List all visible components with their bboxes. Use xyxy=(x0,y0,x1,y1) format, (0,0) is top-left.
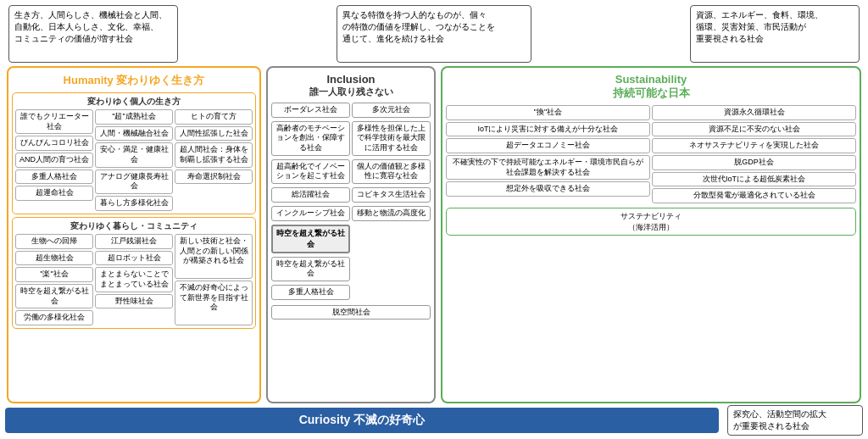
humanity-sub2-title: 変わりゆく暮らし・コミュニティ xyxy=(15,220,253,232)
inc-left: ボーダレス社会 高齢者のモチベーションを創出・保障する社会 超高齢化でイノベーシ… xyxy=(271,103,350,302)
cell: 誰でもクリエーター社会 xyxy=(15,109,93,134)
desc-right-text: 資源、エネルギー、食料、環境、 循環、災害対策、市民活動が 重要視される社会 xyxy=(696,10,823,43)
inclusion-content: ボーダレス社会 高齢者のモチベーションを創出・保障する社会 超高齢化でイノベーシ… xyxy=(271,103,431,321)
sust-col2: 資源永久循環社会 資源不足に不安のない社会 ネオサステナビリティを実現した社会 … xyxy=(652,105,856,203)
inc-grid: ボーダレス社会 高齢者のモチベーションを創出・保障する社会 超高齢化でイノベーシ… xyxy=(271,103,431,302)
h-col3: ヒトの育て方 人間性拡張した社会 超人間社会：身体を制覇し拡張する社会 寿命選択… xyxy=(175,109,253,211)
humanity-header: Humanity 変わりゆく生き方 xyxy=(12,71,256,90)
bottom-row: Curiosity 不滅の好奇心 探究心、活動空間の拡大 が重要視される社会 xyxy=(5,407,863,434)
cell: びんびんコロリ社会 xyxy=(15,136,93,151)
cell: 安心・満足・健康社会 xyxy=(95,142,173,167)
inc-cell: 超高齢化でイノベーションを起こす社会 xyxy=(271,159,350,184)
inc-cell: 高齢者のモチベーションを創出・保障する社会 xyxy=(271,121,350,156)
sust-cell: 次世代IoTによる超低炭素社会 xyxy=(652,172,856,187)
inc-cell: 多次元社会 xyxy=(352,103,431,118)
cell: 寿命選択制社会 xyxy=(175,169,253,185)
sust-cell: IoTにより災害に対する備えが十分な社会 xyxy=(446,122,650,137)
desc-box-right: 資源、エネルギー、食料、環境、 循環、災害対策、市民活動が 重要視される社会 xyxy=(690,5,860,63)
cell: 超ロボット社会 xyxy=(95,251,173,266)
cell: 生物への回帰 xyxy=(15,234,93,249)
cell: ヒトの育て方 xyxy=(175,109,253,125)
top-description-row: 生き方、人間らしさ、機械社会と人間、 自動化、日本人らしさ、文化、幸福、 コミュ… xyxy=(5,5,863,63)
cell: 野性味社会 xyxy=(95,294,173,309)
sust-cell: 資源永久循環社会 xyxy=(652,105,856,120)
inc-cell: 移動と物流の高度化 xyxy=(352,206,431,221)
h2-col2: 江戸銭湯社会 超ロボット社会 まとまらないことでまとまっている社会 野性味社会 xyxy=(95,234,173,325)
inc-cell: 多重人格社会 xyxy=(271,285,350,300)
cell: AND人間の育つ社会 xyxy=(15,153,93,168)
sust-cell: 分散型発電が最適化されている社会 xyxy=(652,188,856,203)
cell: まとまらないことでまとまっている社会 xyxy=(95,267,173,292)
inc-cell: 多様性を担保した上で科学技術を最大限に活用する社会 xyxy=(352,121,431,156)
sust-grid: "換"社会 IoTにより災害に対する備えが十分な社会 超データエコノミー社会 不… xyxy=(446,105,856,203)
inc-bottom-cell: 脱空間社会 xyxy=(271,305,431,320)
h-col1: 誰でもクリエーター社会 びんびんコロリ社会 AND人間の育つ社会 多重人格社会 … xyxy=(15,109,93,211)
inclusion-column: Inclusion 誰一人取り残さない ボーダレス社会 高齢者のモチベーションを… xyxy=(266,66,436,403)
cell: 時空を超え繋がる社会 xyxy=(15,284,93,308)
cell: 超人間社会：身体を制覇し拡張する社会 xyxy=(175,142,253,167)
inc-right: 多次元社会 多様性を担保した上で科学技術を最大限に活用する社会 個人の価値観と多… xyxy=(352,103,431,302)
curiosity-banner: Curiosity 不滅の好奇心 xyxy=(5,408,719,433)
sust-cell: "換"社会 xyxy=(446,105,650,120)
cell: 暮らし方多様化社会 xyxy=(95,196,173,211)
desc-left-text: 生き方、人間らしさ、機械社会と人間、 自動化、日本人らしさ、文化、幸福、 コミュ… xyxy=(14,10,167,43)
cell: "楽"社会 xyxy=(15,267,93,282)
desc-box-left: 生き方、人間らしさ、機械社会と人間、 自動化、日本人らしさ、文化、幸福、 コミュ… xyxy=(8,5,178,63)
inc-cell: 時空を超え繋がる社会 xyxy=(271,257,350,281)
sustainability-column: Sustainability 持続可能な日本 "換"社会 IoTにより災害に対す… xyxy=(441,66,861,403)
sust-bottom: サステナビリティ （海洋活用） xyxy=(446,208,856,236)
sust-cell: 資源不足に不安のない社会 xyxy=(652,122,856,137)
inc-cell: 総活躍社会 xyxy=(271,187,350,203)
sust-cell: 不確実性の下で持続可能なエネルギー・環境市民自らが社会課題を解決する社会 xyxy=(446,155,650,180)
cell: 新しい技術と社会・人間との新しい関係が構築される社会 xyxy=(175,234,253,279)
cell: "超"成熟社会 xyxy=(95,109,173,125)
humanity-sub2-grid: 生物への回帰 超生物社会 "楽"社会 時空を超え繋がる社会 労働の多様化社会 江… xyxy=(15,234,253,325)
desc-box-center: 異なる特徴を持つ人的なものが、個々 の特徴の価値を理解し、つながることを 通じて… xyxy=(337,5,531,63)
inc-cell: 個人の価値観と多様性に寛容な社会 xyxy=(352,159,431,184)
sust-cell: 脱GDP社会 xyxy=(652,155,856,170)
cell: 超運命社会 xyxy=(15,186,93,201)
sust-cell: 超データエコノミー社会 xyxy=(446,138,650,153)
desc-center-text: 異なる特徴を持つ人的なものが、個々 の特徴の価値を理解し、つながることを 通じて… xyxy=(342,10,495,43)
humanity-sub1-grid: 誰でもクリエーター社会 びんびんコロリ社会 AND人間の育つ社会 多重人格社会 … xyxy=(15,109,253,211)
inc-cell: インクルーシブ社会 xyxy=(271,206,350,221)
cell: 労働の多様化社会 xyxy=(15,310,93,325)
inclusion-header: Inclusion 誰一人取り残さない xyxy=(271,71,431,100)
humanity-sub2: 変わりゆく暮らし・コミュニティ 生物への回帰 超生物社会 "楽"社会 時空を超え… xyxy=(12,217,256,329)
cell: 江戸銭湯社会 xyxy=(95,234,173,249)
h2-col1: 生物への回帰 超生物社会 "楽"社会 時空を超え繋がる社会 労働の多様化社会 xyxy=(15,234,93,325)
sustainability-header: Sustainability 持続可能な日本 xyxy=(446,71,856,103)
humanity-column: Humanity 変わりゆく生き方 変わりゆく個人の生き方 誰でもクリエーター社… xyxy=(7,66,261,403)
curiosity-desc: 探究心、活動空間の拡大 が重要視される社会 xyxy=(727,405,863,436)
main-container: 生き方、人間らしさ、機械社会と人間、 自動化、日本人らしさ、文化、幸福、 コミュ… xyxy=(0,0,868,439)
cell: 不滅の好奇心によって新世界を目指す社会 xyxy=(175,281,253,325)
cell: 超生物社会 xyxy=(15,251,93,266)
sust-cell: 想定外を吸収できる社会 xyxy=(446,181,650,197)
cell: 人間性拡張した社会 xyxy=(175,126,253,142)
cell: 人間・機械融合社会 xyxy=(95,126,173,142)
humanity-sub1: 変わりゆく個人の生き方 誰でもクリエーター社会 びんびんコロリ社会 AND人間の… xyxy=(12,92,256,214)
cell: 多重人格社会 xyxy=(15,169,93,185)
h-col2: "超"成熟社会 人間・機械融合社会 安心・満足・健康社会 アナログ健康長寿社会 … xyxy=(95,109,173,211)
sust-cell: ネオサステナビリティを実現した社会 xyxy=(652,138,856,153)
sust-col1: "換"社会 IoTにより災害に対する備えが十分な社会 超データエコノミー社会 不… xyxy=(446,105,650,203)
humanity-sub1-title: 変わりゆく個人の生き方 xyxy=(15,96,253,108)
inc-cell: ボーダレス社会 xyxy=(271,103,350,118)
japan-as-platform: 時空を超え繋がる社会 xyxy=(271,225,350,253)
middle-section: Humanity 変わりゆく生き方 変わりゆく個人の生き方 誰でもクリエーター社… xyxy=(5,66,863,403)
cell: アナログ健康長寿社会 xyxy=(95,169,173,194)
inc-cell: コビキタス生活社会 xyxy=(352,187,431,203)
h2-col3: 新しい技術と社会・人間との新しい関係が構築される社会 不滅の好奇心によって新世界… xyxy=(175,234,253,325)
